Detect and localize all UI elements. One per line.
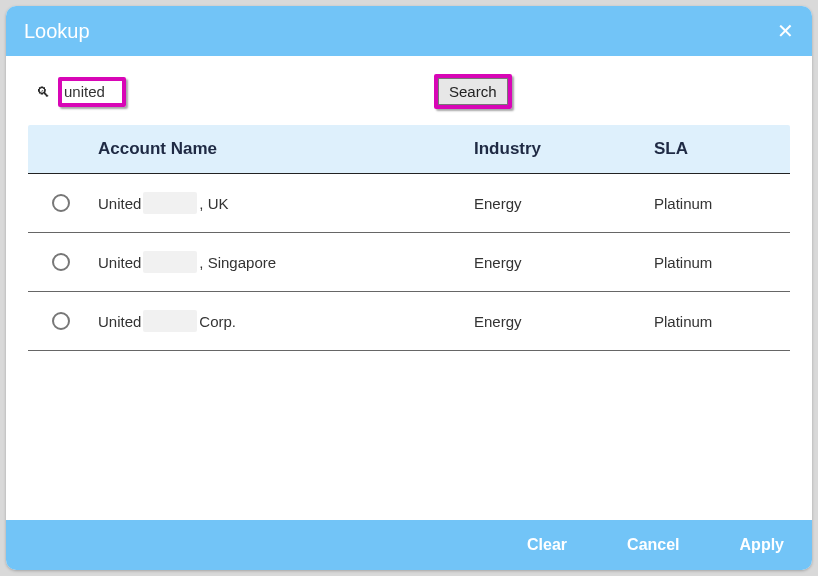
dialog-title: Lookup	[24, 20, 90, 43]
col-header-sla: SLA	[654, 139, 790, 159]
redacted-segment	[143, 192, 197, 214]
account-name-cell: United , Singapore	[98, 251, 474, 273]
account-name-pre: United	[98, 254, 141, 271]
cancel-button[interactable]: Cancel	[627, 536, 679, 554]
lookup-dialog: Lookup ✕ 🔍︎ Search Account Name Industry…	[6, 6, 812, 570]
account-name-post: Corp.	[199, 313, 236, 330]
account-name-post: , Singapore	[199, 254, 276, 271]
account-name-cell: United Corp.	[98, 310, 474, 332]
radio-button[interactable]	[52, 194, 70, 212]
search-input[interactable]	[62, 81, 122, 103]
radio-button[interactable]	[52, 253, 70, 271]
search-button[interactable]: Search	[438, 78, 508, 105]
table-row[interactable]: United , Singapore Energy Platinum	[28, 233, 790, 292]
search-row: 🔍︎ Search	[36, 74, 790, 109]
dialog-titlebar: Lookup ✕	[6, 6, 812, 56]
dialog-body: 🔍︎ Search Account Name Industry SLA Unit…	[6, 56, 812, 520]
close-icon[interactable]: ✕	[777, 19, 794, 43]
col-header-industry: Industry	[474, 139, 654, 159]
search-icon: 🔍︎	[36, 84, 50, 100]
col-header-name: Account Name	[98, 139, 474, 159]
redacted-segment	[143, 251, 197, 273]
highlight-search-input	[58, 77, 126, 107]
redacted-segment	[143, 310, 197, 332]
account-name-post: , UK	[199, 195, 228, 212]
table-header: Account Name Industry SLA	[28, 125, 790, 173]
account-name-pre: United	[98, 313, 141, 330]
clear-button[interactable]: Clear	[527, 536, 567, 554]
apply-button[interactable]: Apply	[740, 536, 784, 554]
highlight-search-button: Search	[434, 74, 512, 109]
table-row[interactable]: United , UK Energy Platinum	[28, 174, 790, 233]
account-name-cell: United , UK	[98, 192, 474, 214]
industry-cell: Energy	[474, 254, 654, 271]
industry-cell: Energy	[474, 313, 654, 330]
account-name-pre: United	[98, 195, 141, 212]
industry-cell: Energy	[474, 195, 654, 212]
sla-cell: Platinum	[654, 313, 790, 330]
table-row[interactable]: United Corp. Energy Platinum	[28, 292, 790, 351]
sla-cell: Platinum	[654, 254, 790, 271]
results-table: Account Name Industry SLA United , UK En…	[28, 125, 790, 351]
radio-button[interactable]	[52, 312, 70, 330]
sla-cell: Platinum	[654, 195, 790, 212]
dialog-footer: Clear Cancel Apply	[6, 520, 812, 570]
